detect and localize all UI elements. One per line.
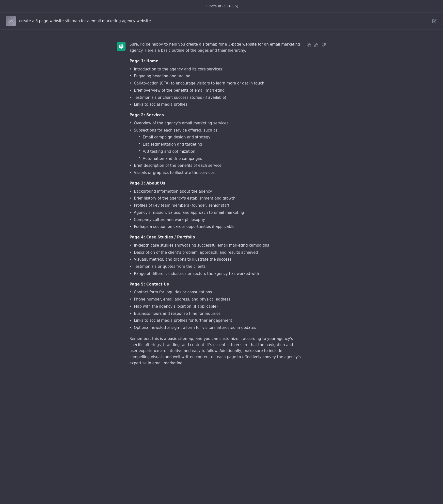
list-item: In-depth case studies showcasing success…	[129, 242, 302, 249]
assistant-message-content: Sure, I'd be happy to help you create a …	[129, 41, 302, 366]
list-item: Visuals or graphics to illustrate the se…	[129, 170, 302, 176]
thumbs-up-button[interactable]	[314, 42, 319, 48]
page4-heading: Page 4: Case Studies / Portfolio	[129, 234, 302, 240]
list-item: Testimonials or quotes from the clients	[129, 264, 302, 270]
page4-bullets: In-depth case studies showcasing success…	[129, 242, 302, 277]
assistant-avatar	[117, 42, 125, 51]
message-area: Sure, I'd be happy to help you create a …	[0, 30, 443, 378]
list-item: Brief history of the agency's establishm…	[129, 195, 302, 201]
model-label: Default (GPT-3.5)	[209, 3, 238, 9]
list-item: Overview of the agency's email marketing…	[129, 120, 302, 126]
list-item: Testimonials or client success stories (…	[129, 95, 302, 101]
list-item: Links to social media profiles	[129, 102, 302, 108]
message-actions	[306, 41, 326, 366]
list-item: Business hours and response time for inq…	[129, 311, 302, 317]
list-item: Description of the client's problem, app…	[129, 250, 302, 256]
top-bar: ⚡ Default (GPT-3.5)	[0, 0, 443, 13]
list-item: Brief description of the benefits of eac…	[129, 162, 302, 169]
conversation-title: create a 5 page website sitemap for a em…	[19, 18, 432, 24]
list-item: Introduction to the agency and its core …	[129, 66, 302, 72]
page3-bullets: Background information about the agency …	[129, 188, 302, 230]
page1-bullets: Introduction to the agency and its core …	[129, 66, 302, 108]
list-item: Agency's mission, values, and approach t…	[129, 210, 302, 216]
list-item: A/B testing and optimization	[134, 148, 302, 155]
list-item: Range of different industries or sectors…	[129, 271, 302, 277]
list-item: Company culture and work philosophy	[129, 217, 302, 223]
page5-bullets: Contact form for inquiries or consultati…	[129, 289, 302, 331]
list-item: Engaging headline and tagline	[129, 73, 302, 79]
page3-heading: Page 3: About Us	[129, 180, 302, 186]
list-item: Background information about the agency	[129, 188, 302, 195]
user-avatar	[6, 16, 16, 26]
list-item: Perhaps a section on career opportunitie…	[129, 224, 302, 230]
list-item: Profiles of key team members (founder, s…	[129, 202, 302, 209]
list-item: Phone number, email address, and physica…	[129, 296, 302, 303]
list-item: Visuals, metrics, and graphs to illustra…	[129, 256, 302, 263]
list-item: Contact form for inquiries or consultati…	[129, 289, 302, 295]
closing-text: Remember, this is a basic sitemap, and y…	[129, 336, 302, 366]
list-item: Call-to-action (CTA) to encourage visito…	[129, 80, 302, 87]
svg-point-1	[10, 20, 10, 21]
list-item: Automation and drip campaigns	[134, 156, 302, 162]
lightning-icon: ⚡	[205, 3, 207, 9]
page2-sub-bullets: Email campaign design and strategy List …	[134, 134, 302, 162]
page2-heading: Page 2: Services	[129, 112, 302, 118]
list-item: Links to social media profiles for furth…	[129, 318, 302, 324]
list-item: List segmentation and targeting	[134, 141, 302, 147]
page5-heading: Page 5: Contact Us	[129, 281, 302, 288]
thumbs-down-button[interactable]	[321, 42, 326, 48]
list-item: Brief overview of the benefits of email …	[129, 88, 302, 94]
list-item: Subsections for each service offered, su…	[129, 127, 302, 162]
svg-rect-2	[308, 45, 311, 47]
assistant-message-row: Sure, I'd be happy to help you create a …	[111, 36, 332, 371]
page2-bullets: Overview of the agency's email marketing…	[129, 120, 302, 176]
page1-heading: Page 1: Home	[129, 58, 302, 64]
list-item: Map with the agency's location (if appli…	[129, 304, 302, 310]
edit-conversation-button[interactable]	[432, 18, 437, 24]
intro-text: Sure, I'd be happy to help you create a …	[129, 41, 302, 54]
conversation-header: create a 5 page website sitemap for a em…	[0, 13, 443, 30]
copy-button[interactable]	[306, 42, 312, 48]
list-item: Email campaign design and strategy	[134, 134, 302, 140]
list-item: Optional newsletter sign-up form for vis…	[129, 325, 302, 331]
